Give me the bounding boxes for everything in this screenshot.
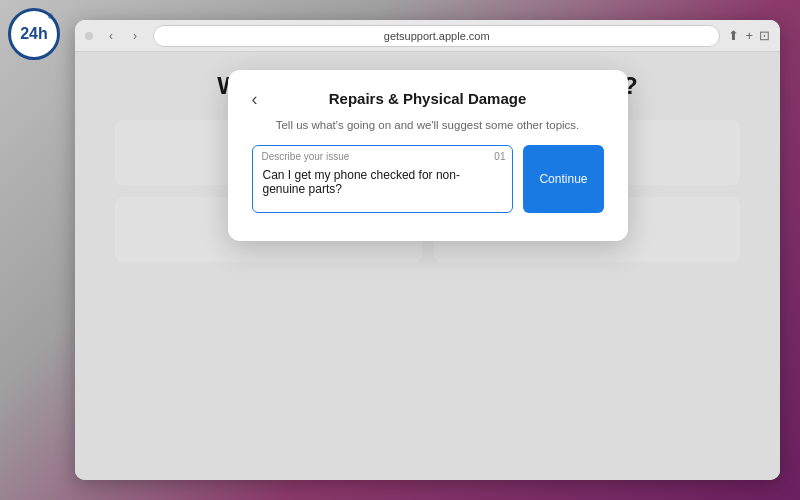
logo-circle: 24h (8, 8, 60, 60)
browser-content: What's happening with your iPhone? Repa.… (75, 52, 780, 480)
browser-window: ‹ › getsupport.apple.com ⬆ + ⊡ What's ha… (75, 20, 780, 480)
browser-toolbar: ‹ › getsupport.apple.com ⬆ + ⊡ (75, 20, 780, 52)
browser-nav: ‹ › (101, 26, 145, 46)
browser-dots (85, 32, 93, 40)
add-tab-icon[interactable]: + (745, 28, 753, 43)
continue-button[interactable]: Continue (523, 145, 603, 213)
textarea-container: Describe your issue 01 (252, 145, 514, 217)
more-icon[interactable]: ⊡ (759, 28, 770, 43)
nav-forward-button[interactable]: › (125, 26, 145, 46)
logo-text: 24h (20, 25, 48, 43)
modal-subtitle: Tell us what's going on and we'll sugges… (252, 119, 604, 131)
share-icon[interactable]: ⬆ (728, 28, 739, 43)
tab-indicator (85, 32, 93, 40)
browser-actions: ⬆ + ⊡ (728, 28, 770, 43)
nav-back-button[interactable]: ‹ (101, 26, 121, 46)
modal-title: Repairs & Physical Damage (252, 90, 604, 107)
char-count: 01 (494, 151, 505, 162)
textarea-row: Describe your issue 01 Continue (252, 145, 604, 217)
textarea-label: Describe your issue (262, 151, 350, 162)
modal-overlay: ‹ Repairs & Physical Damage Tell us what… (75, 52, 780, 480)
logo-container: 24h (8, 8, 60, 60)
address-bar[interactable]: getsupport.apple.com (153, 25, 720, 47)
modal: ‹ Repairs & Physical Damage Tell us what… (228, 70, 628, 241)
modal-header: ‹ Repairs & Physical Damage (252, 90, 604, 107)
modal-back-button[interactable]: ‹ (252, 90, 258, 108)
